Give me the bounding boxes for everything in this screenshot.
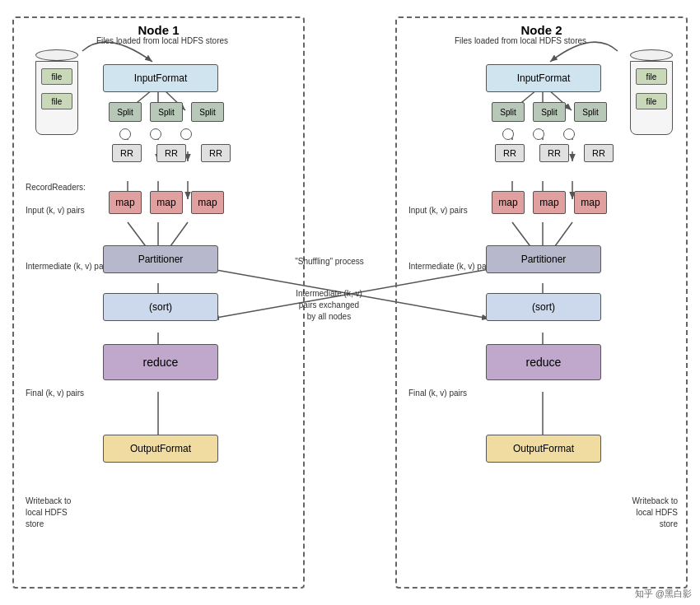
node1-sort: (sort) xyxy=(103,293,218,321)
node2-inputformat: InputFormat xyxy=(486,64,601,92)
node1-loop-0 xyxy=(119,128,131,140)
file-box-1: file xyxy=(41,68,72,85)
node2-hdfs-label: Files loaded from local HDFS stores xyxy=(455,36,595,45)
node1-outputformat: OutputFormat xyxy=(103,435,218,463)
node1-inputformat: InputFormat xyxy=(103,64,218,92)
node1-split-0: Split xyxy=(109,102,142,122)
node2-loops-row xyxy=(502,128,575,140)
node1-map-2: map xyxy=(191,191,224,214)
node2-file-box-1: file xyxy=(636,68,667,85)
node1-rr-0: RR xyxy=(112,144,142,162)
node2-loop-2 xyxy=(563,128,575,140)
node1-loops-row xyxy=(119,128,192,140)
node2-map-2: map xyxy=(574,191,607,214)
node2-sort: (sort) xyxy=(486,293,601,321)
node1-loop-2 xyxy=(180,128,192,140)
node1-splits-row: Split Split Split xyxy=(109,102,224,122)
node1-map-row: map map map xyxy=(109,191,224,214)
node1-final-kv-label: Final (k, v) pairs xyxy=(26,389,84,398)
shuffling-label: "Shuffling" process xyxy=(280,257,379,266)
node1-input-kv-label: Input (k, v) pairs xyxy=(26,206,85,215)
exchange-label: Intermediate (k, v)pairs exchangedby all… xyxy=(273,288,385,323)
node2-rr-1: RR xyxy=(539,144,569,162)
cylinder-body: file file xyxy=(35,61,78,135)
node1-cylinder: file file xyxy=(35,49,78,135)
node1-title: Node 1 xyxy=(14,23,303,37)
watermark: 知乎 @黑白影 xyxy=(635,588,692,600)
node2-rr-2: RR xyxy=(584,144,614,162)
node1-intermediate-kv-label: Intermediate (k, v) pairs xyxy=(26,262,112,271)
node1-rr-1: RR xyxy=(156,144,186,162)
node2-map-1: map xyxy=(533,191,566,214)
node1-rr-2: RR xyxy=(201,144,231,162)
node2-reduce: reduce xyxy=(486,344,601,380)
node2-rr-row: RR RR RR xyxy=(495,144,614,162)
node1-split-1: Split xyxy=(150,102,183,122)
node1-reduce: reduce xyxy=(103,344,218,380)
node2-split-2: Split xyxy=(574,102,607,122)
file-box-2: file xyxy=(41,93,72,109)
node1-hdfs-label: Files loaded from local HDFS stores xyxy=(96,36,236,45)
node2-writeback-label: Writeback tolocal HDFSstore xyxy=(632,496,678,530)
node2-split-1: Split xyxy=(533,102,566,122)
node2-file-box-2: file xyxy=(636,93,667,109)
node2-cylinder-top xyxy=(630,49,673,61)
node2-intermediate-kv-label: Intermediate (k, v) pairs xyxy=(408,262,495,271)
node2-loop-1 xyxy=(533,128,544,140)
node2-final-kv-label: Final (k, v) pairs xyxy=(408,389,467,398)
node2-rr-0: RR xyxy=(495,144,525,162)
node2-map-row: map map map xyxy=(492,191,607,214)
node1-writeback-label: Writeback tolocal HDFSstore xyxy=(26,496,71,530)
node2-splits-row: Split Split Split xyxy=(492,102,607,122)
node1-box: Node 1 Files loaded from local HDFS stor… xyxy=(12,16,305,589)
node2-input-kv-label: Input (k, v) pairs xyxy=(408,206,468,215)
node2-map-0: map xyxy=(492,191,525,214)
node2-box: Node 2 Files loaded from local HDFS stor… xyxy=(395,16,688,589)
node2-cylinder-body: file file xyxy=(630,61,673,135)
node1-loop-1 xyxy=(150,128,161,140)
node1-rr-row: RR RR RR xyxy=(112,144,231,162)
node2-cylinder: file file xyxy=(630,49,673,135)
node2-split-0: Split xyxy=(492,102,525,122)
diagram-container: Node 1 Files loaded from local HDFS stor… xyxy=(0,0,700,605)
node1-partitioner: Partitioner xyxy=(103,245,218,273)
node1-split-2: Split xyxy=(191,102,224,122)
node1-map-1: map xyxy=(150,191,183,214)
node1-map-0: map xyxy=(109,191,142,214)
node2-partitioner: Partitioner xyxy=(486,245,601,273)
cylinder-top xyxy=(35,49,78,61)
node2-loop-0 xyxy=(502,128,514,140)
node2-outputformat: OutputFormat xyxy=(486,435,601,463)
node2-title: Node 2 xyxy=(397,23,686,37)
node1-rr-label: RecordReaders: xyxy=(26,183,86,192)
